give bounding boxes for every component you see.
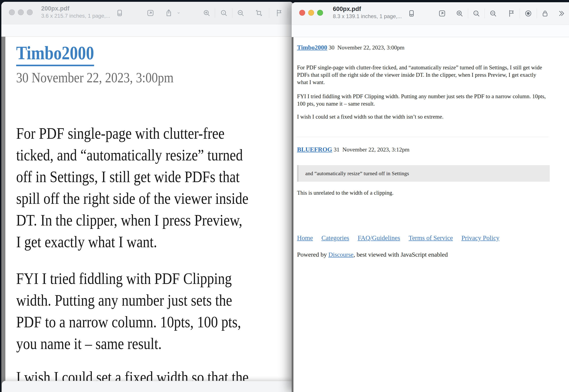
annotation-toolbar: -TA▾UST: [292, 25, 569, 37]
zoom-actual-size-icon[interactable]: 1: [220, 9, 228, 17]
footer-link-categories[interactable]: Categories: [321, 234, 349, 242]
toolbar-separator: [215, 8, 215, 18]
paragraph: I wish I could set a fixed width so that…: [297, 113, 548, 120]
titlebar: 600px.pdf 8.3 x 139.1 inches, 1 page,...…: [292, 2, 569, 25]
toolbar-separator: [288, 8, 288, 18]
paragraph: FYI I tried fiddling with PDF Clipping w…: [16, 268, 241, 355]
flag-icon[interactable]: [275, 9, 283, 17]
post-author-link[interactable]: BLUEFROG: [297, 146, 332, 153]
quote-block: and “automatically resize” turned off in…: [297, 165, 550, 182]
zoom-out-icon[interactable]: [237, 9, 245, 17]
page-background-strip: [1, 37, 5, 392]
powered-suffix: , best viewed with JavaScript enabled: [354, 251, 448, 258]
paragraph: This is unrelated to the width of a clip…: [297, 189, 548, 196]
page-background-strip: [292, 37, 293, 392]
footer-link-privacy-policy[interactable]: Privacy Policy: [461, 234, 499, 242]
footer-link-faq-guidelines[interactable]: FAQ/Guidelines: [358, 234, 400, 242]
window-600px-pdf: 600px.pdf 8.3 x 139.1 inches, 1 page,...…: [292, 2, 569, 392]
toolbar-separator: [269, 8, 269, 18]
toolbar-separator: [468, 9, 468, 18]
toolbar-separator: [537, 9, 537, 18]
zoom-in-icon[interactable]: [455, 9, 464, 17]
svg-text:1: 1: [475, 11, 477, 15]
paragraph: For PDF single-page with clutter-free ti…: [297, 64, 548, 86]
pdf-viewer-area[interactable]: Timbo2000 30 November 22, 2023, 3:00pm F…: [1, 37, 294, 392]
powered-by-line: Powered by Discourse, best viewed with J…: [297, 251, 548, 258]
background-window-edge: [2, 381, 294, 392]
discourse-link[interactable]: Discourse: [328, 251, 354, 258]
primary-toolbar: 1: [1, 2, 294, 24]
chevron-down-icon[interactable]: [176, 11, 181, 15]
pdf-page: Timbo2000 30 November 22, 2023, 3:00pm F…: [293, 37, 569, 392]
open-in-new-icon[interactable]: [146, 9, 155, 17]
post-header: Timbo2000 30 November 22, 2023, 3:00pm: [297, 44, 548, 51]
open-in-new-icon[interactable]: [438, 9, 446, 17]
page-thumbnails-icon[interactable]: [407, 9, 415, 17]
lock-icon[interactable]: [541, 9, 549, 17]
zoom-out-icon[interactable]: [489, 9, 497, 17]
titlebar: 200px.pdf 3.6 x 215.7 inches, 1 page,...…: [1, 2, 294, 24]
double-chevron-right-icon[interactable]: [557, 9, 565, 17]
paragraph: For PDF single-page with clutter-free ti…: [16, 123, 248, 253]
toolbar-separator: [232, 8, 233, 18]
record-icon[interactable]: [524, 9, 532, 17]
post-author-link[interactable]: Timbo2000: [16, 42, 94, 66]
footer-links: HomeCategoriesFAQ/GuidelinesTerms of Ser…: [297, 234, 548, 242]
footer-link-terms-of-service[interactable]: Terms of Service: [409, 234, 453, 242]
page-thumbnails-icon[interactable]: [115, 9, 123, 17]
post-number: 31: [334, 146, 340, 153]
window-200px-pdf: 200px.pdf 3.6 x 215.7 inches, 1 page,...…: [1, 2, 294, 392]
powered-prefix: Powered by: [297, 251, 328, 258]
post-author-link[interactable]: Timbo2000: [297, 44, 327, 51]
post-header: BLUEFROG 31 November 22, 2023, 3:12pm: [297, 146, 548, 153]
zoom-in-icon[interactable]: [203, 9, 211, 17]
footer-link-home[interactable]: Home: [297, 234, 313, 242]
paragraph: FYI I tried fiddling with PDF Clipping w…: [297, 93, 548, 107]
post-number: 30: [328, 44, 334, 51]
post-date: November 22, 2023, 3:12pm: [342, 146, 410, 153]
flag-icon[interactable]: [507, 9, 515, 17]
post-date: November 22, 2023, 3:00pm: [337, 44, 404, 51]
pdf-viewer-area[interactable]: Timbo2000 30 November 22, 2023, 3:00pm F…: [292, 37, 569, 392]
svg-text:1: 1: [223, 11, 224, 14]
share-icon[interactable]: [165, 9, 173, 17]
fit-to-screen-icon[interactable]: [255, 9, 263, 17]
post-date: 30 November 22, 2023, 3:00pm: [16, 69, 173, 86]
primary-toolbar: 1: [292, 2, 569, 25]
zoom-actual-size-icon[interactable]: 1: [472, 9, 480, 17]
annotation-toolbar: -TA▾UST: [1, 24, 294, 37]
quote-text: and “automatically resize” turned off in…: [299, 170, 409, 177]
